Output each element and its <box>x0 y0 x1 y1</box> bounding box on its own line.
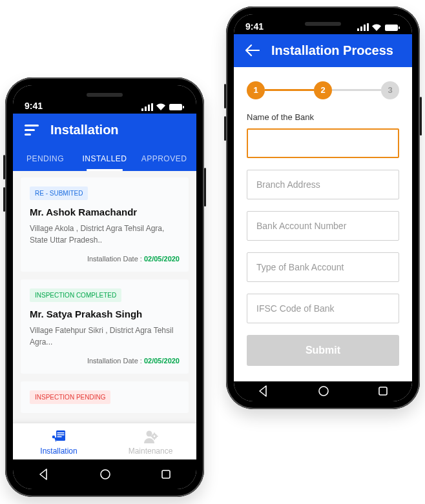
back-button[interactable] <box>257 385 270 398</box>
svg-rect-13 <box>157 436 158 437</box>
android-nav <box>234 381 412 401</box>
submit-button[interactable]: Submit <box>247 335 399 366</box>
status-icons <box>357 24 400 32</box>
svg-rect-3 <box>57 432 65 434</box>
stepper: 1 2 3 <box>247 81 399 99</box>
tab-bar: PENDING INSTALLED APPROVED <box>13 146 196 171</box>
tab-installed[interactable]: INSTALLED <box>75 146 134 171</box>
page-title: Installation <box>50 123 119 137</box>
status-time: 9:41 <box>245 21 264 32</box>
bank-name-input[interactable] <box>247 128 399 158</box>
form: 1 2 3 Name of the Bank Branch Address Ba… <box>234 67 412 381</box>
svg-rect-15 <box>162 470 170 478</box>
cellular-icon <box>141 104 152 111</box>
bottom-nav: Installation Maintenance <box>13 423 196 459</box>
installation-card[interactable]: INSPECTION COMPLETED Mr. Satya Prakash S… <box>21 279 189 374</box>
page-title: Installation Process <box>271 43 393 58</box>
wifi-icon <box>371 24 382 32</box>
customer-address: Village Akola , District Agra Tehsil Agr… <box>30 223 180 246</box>
tab-pending[interactable]: PENDING <box>16 146 75 171</box>
status-badge: RE - SUBMITED <box>30 186 88 200</box>
svg-rect-2 <box>56 430 65 441</box>
svg-rect-1 <box>183 106 184 108</box>
step-3[interactable]: 3 <box>381 81 399 99</box>
back-button[interactable] <box>37 468 50 481</box>
branch-address-input[interactable]: Branch Address <box>247 170 399 199</box>
installation-icon <box>50 428 67 445</box>
menu-icon[interactable] <box>25 125 39 136</box>
svg-rect-16 <box>385 25 398 31</box>
svg-rect-0 <box>169 104 182 110</box>
home-button[interactable] <box>99 468 112 481</box>
status-badge: INSPECTION COMPLETED <box>30 288 121 302</box>
svg-rect-19 <box>379 387 387 395</box>
customer-name: Mr. Satya Prakash Singh <box>30 308 180 319</box>
recents-button[interactable] <box>377 385 389 397</box>
app-bar: Installation <box>13 114 196 146</box>
phone-right: 9:41 Installation Process 1 2 3 Name of … <box>226 6 420 409</box>
svg-rect-12 <box>151 436 152 437</box>
back-icon[interactable] <box>245 45 260 56</box>
tab-approved[interactable]: APPROVED <box>134 146 194 171</box>
svg-point-6 <box>52 436 56 439</box>
status-bar: 9:41 <box>13 85 196 114</box>
svg-rect-10 <box>154 433 155 434</box>
account-number-input[interactable]: Bank Account Number <box>247 211 399 241</box>
step-1[interactable]: 1 <box>247 81 265 99</box>
account-type-input[interactable]: Type of Bank Account <box>247 252 399 282</box>
status-time: 9:41 <box>25 101 43 111</box>
step-line <box>265 89 314 91</box>
installation-card[interactable]: RE - SUBMITED Mr. Ashok Ramachandr Villa… <box>21 177 189 272</box>
install-date: Installation Date : 02/05/2020 <box>30 357 180 365</box>
maintenance-icon <box>142 428 159 445</box>
field-label-bank-name: Name of the Bank <box>247 112 399 122</box>
android-nav <box>13 459 196 489</box>
ifsc-code-input[interactable]: IFSC Code of Bank <box>247 294 399 323</box>
status-badge: INSPECTION PENDING <box>30 390 110 404</box>
nav-label: Maintenance <box>129 447 173 456</box>
svg-point-14 <box>101 470 110 479</box>
app-bar: Installation Process <box>234 34 412 67</box>
step-2[interactable]: 2 <box>314 81 332 99</box>
svg-rect-5 <box>57 436 62 438</box>
home-button[interactable] <box>317 385 330 398</box>
svg-rect-11 <box>154 439 155 440</box>
phone-left: 9:41 Installation PENDING INSTALLED APPR… <box>5 77 204 497</box>
svg-point-18 <box>319 387 328 396</box>
customer-name: Mr. Ashok Ramachandr <box>30 207 180 217</box>
nav-installation[interactable]: Installation <box>13 423 105 459</box>
card-list: RE - SUBMITED Mr. Ashok Ramachandr Villa… <box>13 171 196 423</box>
installation-card[interactable]: INSPECTION PENDING <box>21 381 189 413</box>
svg-point-9 <box>154 436 156 438</box>
cellular-icon <box>357 24 368 31</box>
customer-address: Village Fatehpur Sikri , District Agra T… <box>30 325 180 348</box>
svg-rect-4 <box>57 434 65 436</box>
status-icons <box>141 103 185 111</box>
nav-label: Installation <box>40 447 77 456</box>
step-line <box>332 89 381 91</box>
battery-icon <box>385 24 400 32</box>
svg-rect-17 <box>399 26 400 29</box>
install-date: Installation Date : 02/05/2020 <box>30 255 180 263</box>
nav-maintenance[interactable]: Maintenance <box>105 423 196 459</box>
wifi-icon <box>156 103 166 111</box>
recents-button[interactable] <box>160 469 172 480</box>
battery-icon <box>169 103 185 111</box>
